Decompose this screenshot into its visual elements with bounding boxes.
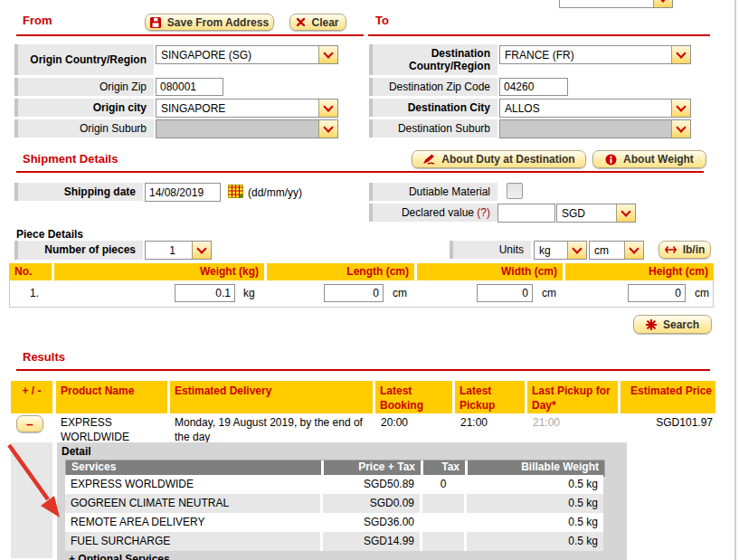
chevron-down-icon[interactable] (567, 242, 586, 259)
weight-unit-select[interactable]: kg (534, 241, 587, 260)
latest-booking: 20:00 (381, 416, 408, 429)
chevron-down-icon[interactable] (671, 120, 690, 138)
annotation-arrow (0, 432, 81, 532)
declared-value-input[interactable] (497, 204, 555, 223)
piece-table-row: 1. kg cm cm cm (9, 280, 714, 308)
date-format-hint: (dd/mm/yy) (248, 186, 302, 199)
chevron-down-icon[interactable] (624, 242, 643, 259)
col-no: No. (9, 263, 52, 280)
length-input[interactable] (324, 284, 384, 302)
weight-input[interactable] (175, 284, 235, 302)
destination-city-select[interactable]: ALLOS (499, 99, 691, 118)
col-price: Estimated Price (621, 381, 715, 413)
destination-city-label: Destination City (369, 99, 497, 117)
save-icon (150, 17, 161, 28)
col-booking: Latest Booking (375, 381, 452, 413)
weight-unit-text: kg (243, 287, 255, 299)
clear-button[interactable]: Clear (289, 14, 346, 31)
piece-table-header: No. Weight (kg) Length (cm) Width (cm) H… (9, 263, 714, 280)
dimension-unit-select[interactable]: cm (589, 241, 644, 260)
destination-country-label: Destination Country/Region (369, 44, 497, 75)
col-pickup: Latest Pickup (455, 381, 525, 413)
dutiable-material-label: Dutiable Material (369, 183, 497, 201)
number-of-pieces-label: Number of pieces (14, 241, 143, 260)
chevron-down-icon[interactable] (192, 242, 211, 259)
destination-zip-input[interactable] (499, 78, 568, 96)
col-length: Length (cm) (267, 263, 414, 280)
units-label: Units (450, 241, 531, 259)
info-icon (605, 154, 617, 166)
piece-details-title: Piece Details (16, 228, 83, 241)
chevron-down-icon[interactable] (318, 100, 337, 117)
calendar-icon[interactable] (228, 185, 243, 198)
page-right-border (734, 0, 736, 560)
origin-suburb-label: Origin Suburb (14, 119, 154, 138)
close-icon (297, 18, 305, 26)
col-delivery: Estimated Delivery (170, 381, 373, 413)
origin-city-select[interactable]: SINGAPORE (156, 99, 338, 118)
about-duty-button[interactable]: About Duty at Destination (412, 150, 586, 168)
col-width: Width (cm) (417, 263, 563, 280)
height-input[interactable] (628, 284, 686, 302)
results-row: – EXPRESS WORLDWIDE Monday, 19 August 20… (11, 413, 715, 442)
detail-row: GOGREEN CLIMATE NEUTRAL SGD0.09 0.5 kg (65, 494, 603, 513)
optional-services-toggle[interactable]: + Optional Services (69, 553, 170, 560)
length-unit-text: cm (393, 287, 407, 299)
latest-pickup: 21:00 (460, 416, 488, 429)
detail-row: EXPRESS WORLDWIDE SGD50.89 0 0.5 kg (65, 475, 603, 494)
chevron-down-icon[interactable] (318, 46, 337, 63)
dutiable-material-checkbox[interactable] (507, 183, 523, 199)
last-pickup-for-day: 21:00 (533, 416, 560, 429)
detail-row: REMOTE AREA DELIVERY SGD36.00 0.5 kg (65, 513, 603, 532)
chevron-down-icon[interactable] (671, 100, 690, 117)
top-partial-select[interactable] (559, 0, 673, 8)
origin-city-label: Origin city (14, 99, 154, 117)
shipping-date-input[interactable] (145, 183, 221, 202)
declared-value-label: Declared value (?) (369, 204, 497, 222)
col-last-pickup: Last Pickup for Day* (527, 381, 618, 413)
save-from-address-button[interactable]: Save From Address (145, 14, 274, 31)
destination-country-select[interactable]: FRANCE (FR) (499, 45, 691, 64)
origin-zip-input[interactable] (156, 78, 223, 96)
dhl-quote-page: From Save From Address Clear To Origin C… (0, 0, 739, 560)
search-icon (646, 319, 657, 330)
to-divider (368, 34, 710, 36)
width-unit-text: cm (542, 287, 556, 299)
currency-select[interactable]: SGD (556, 204, 636, 223)
swap-arrows-icon (665, 246, 677, 253)
shipment-divider (16, 171, 704, 173)
shipment-details-title: Shipment Details (23, 152, 118, 166)
piece-no: 1. (30, 287, 39, 299)
declared-value-help[interactable]: (?) (477, 206, 490, 219)
number-of-pieces-select[interactable]: 1 (145, 241, 212, 260)
destination-zip-label: Destination Zip Code (369, 78, 497, 96)
chevron-down-icon[interactable] (616, 204, 635, 222)
height-unit-text: cm (695, 287, 709, 299)
duty-pen-icon (422, 154, 435, 165)
results-title: Results (23, 350, 65, 364)
estimated-delivery: Monday, 19 August 2019, by the end of th… (175, 416, 372, 444)
shipping-date-label: Shipping date (14, 183, 143, 201)
origin-country-select[interactable]: SINGAPORE (SG) (156, 45, 338, 64)
origin-country-label: Origin Country/Region (14, 44, 154, 75)
destination-suburb-select[interactable] (499, 119, 691, 138)
detail-row: FUEL SURCHARGE SGD14.99 0.5 kg (65, 532, 603, 551)
detail-panel: Detail Services Price + Tax Tax Billable… (57, 442, 627, 560)
destination-suburb-label: Destination Suburb (369, 119, 497, 138)
about-weight-button[interactable]: About Weight (592, 150, 706, 168)
chevron-down-icon[interactable] (671, 46, 690, 63)
from-divider (16, 34, 364, 36)
width-input[interactable] (477, 284, 533, 302)
lb-in-toggle-button[interactable]: lb/in (658, 241, 711, 259)
origin-zip-label: Origin Zip (14, 78, 154, 96)
chevron-down-icon[interactable] (318, 120, 337, 138)
estimated-price: SGD101.97 (621, 416, 713, 429)
to-section-title: To (375, 14, 389, 27)
col-weight: Weight (kg) (54, 263, 264, 280)
results-divider (16, 369, 710, 371)
collapse-row-button[interactable]: – (16, 415, 43, 432)
search-button[interactable]: Search (633, 315, 712, 334)
from-section-title: From (23, 14, 52, 27)
chevron-down-icon[interactable] (653, 0, 672, 7)
origin-suburb-select[interactable] (156, 119, 338, 138)
